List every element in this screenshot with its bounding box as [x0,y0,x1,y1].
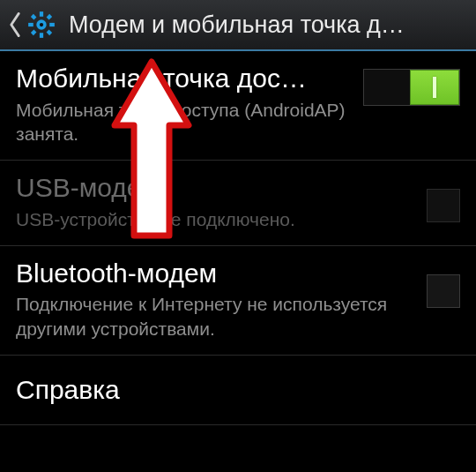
row-label: USB-модем [16,173,414,204]
action-bar: Модем и мобильная точка д… [0,0,476,51]
bluetooth-checkbox[interactable] [427,274,460,308]
row-label: Bluetooth-модем [16,258,414,289]
row-subtext: Подключение к Интернету не используется … [16,292,414,341]
svg-point-1 [40,23,43,26]
row-label: Справка [16,375,460,406]
svg-line-9 [32,31,35,34]
row-label: Мобильная точка дос… [16,64,351,94]
hotspot-toggle[interactable] [363,69,460,106]
row-bluetooth-tethering[interactable]: Bluetooth-модем Подключение к Интернету … [0,246,476,356]
settings-list: Мобильная точка дос… Мобильная точка дос… [0,51,476,425]
row-mobile-hotspot[interactable]: Мобильная точка дос… Мобильная точка дос… [0,51,476,161]
svg-line-6 [32,15,35,19]
row-help[interactable]: Справка [0,356,476,426]
row-subtext: USB-устройство не подключено. [16,207,414,231]
usb-checkbox [427,189,460,222]
row-usb-tethering: USB-модем USB-устройство не подключено. [0,161,476,246]
svg-line-8 [48,15,51,19]
svg-line-7 [48,31,51,34]
page-title: Модем и мобильная точка д… [69,11,471,39]
toggle-knob [410,70,459,105]
row-subtext: Мобильная точка доступа (AndroidAP) заня… [16,98,351,146]
settings-gear-icon [26,10,56,40]
chevron-left-icon [7,12,23,37]
back-button[interactable] [4,0,60,49]
